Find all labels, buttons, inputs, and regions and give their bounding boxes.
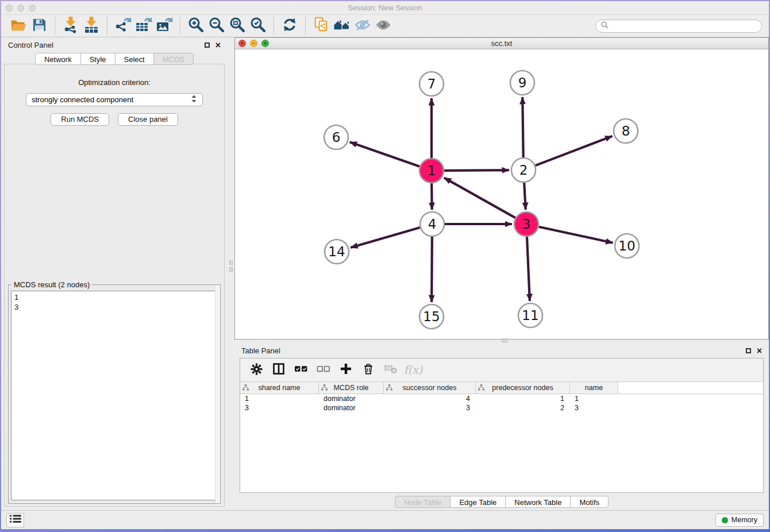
table-row[interactable]: 3dominator323 xyxy=(240,403,763,413)
table-row[interactable]: 1dominator411 xyxy=(240,394,763,403)
edge-3-1[interactable] xyxy=(444,178,515,218)
hide-selected-button[interactable] xyxy=(352,17,373,35)
tab-network[interactable]: Network xyxy=(35,53,81,65)
float-panel-icon[interactable] xyxy=(205,43,210,48)
zoom-out-button[interactable] xyxy=(206,17,227,35)
show-all-button[interactable] xyxy=(373,17,394,35)
edge-2-3[interactable] xyxy=(524,183,526,210)
search-input[interactable] xyxy=(611,21,756,31)
task-history-button[interactable] xyxy=(6,513,24,527)
edge-4-15[interactable] xyxy=(432,237,432,302)
node-6[interactable]: 6 xyxy=(324,125,348,149)
select-all-button[interactable] xyxy=(294,363,308,377)
export-table-button[interactable] xyxy=(133,17,154,35)
zoom-in-button[interactable] xyxy=(186,17,206,35)
control-panel-title: Control Panel xyxy=(8,41,53,49)
import-table-button[interactable] xyxy=(81,17,102,35)
edge-2-9[interactable] xyxy=(522,97,523,157)
column-header-mcds-role[interactable]: MCDS role xyxy=(319,382,384,394)
first-neighbors-button[interactable] xyxy=(332,17,352,35)
toolbar-separator xyxy=(274,17,274,34)
zoom-selected-button[interactable] xyxy=(248,17,268,35)
save-session-icon xyxy=(32,17,47,35)
column-header-name[interactable]: name xyxy=(570,382,618,394)
table-tab-network-table[interactable]: Network Table xyxy=(506,496,571,508)
tab-mcds[interactable]: MCDS xyxy=(154,53,194,65)
criterion-value: strongly connected component xyxy=(32,95,133,104)
table-tab-motifs[interactable]: Motifs xyxy=(571,496,609,508)
window-controls xyxy=(6,5,36,11)
node-1[interactable]: 1 xyxy=(419,159,444,183)
search-field[interactable] xyxy=(595,20,762,33)
edge-1-2[interactable] xyxy=(444,170,509,171)
first-neighbors-icon xyxy=(333,17,351,35)
open-session-button[interactable] xyxy=(8,17,29,35)
column-header-shared-name[interactable]: shared name xyxy=(240,382,319,394)
divider-grip[interactable] xyxy=(229,260,233,265)
node-3[interactable]: 3 xyxy=(514,212,538,236)
main-toolbar xyxy=(1,15,769,37)
import-network-button[interactable] xyxy=(60,17,81,35)
result-scrollbar[interactable] xyxy=(215,285,220,503)
export-image-button[interactable] xyxy=(154,17,175,35)
table-settings-button[interactable] xyxy=(249,363,263,377)
node-9[interactable]: 9 xyxy=(510,71,534,95)
select-all-icon xyxy=(294,363,308,377)
node-7[interactable]: 7 xyxy=(419,72,444,96)
mcds-panel: Optimization criterion: strongly connect… xyxy=(4,64,225,507)
node-11[interactable]: 11 xyxy=(518,303,542,327)
add-row-button[interactable] xyxy=(339,363,353,377)
network-canvas[interactable]: 7968124314101511 xyxy=(235,49,768,339)
svg-text:6: 6 xyxy=(332,130,341,145)
tab-style[interactable]: Style xyxy=(81,53,116,65)
edge-3-11[interactable] xyxy=(527,237,530,301)
network-graph[interactable]: 7968124314101511 xyxy=(235,49,768,338)
export-network-button[interactable] xyxy=(113,17,133,35)
node-8[interactable]: 8 xyxy=(614,119,638,143)
cell: 1 xyxy=(570,394,618,403)
node-10[interactable]: 10 xyxy=(615,234,639,258)
edge-3-10[interactable] xyxy=(539,227,613,243)
column-layout-button[interactable] xyxy=(272,363,286,377)
node-4[interactable]: 4 xyxy=(420,212,444,236)
window-zoom-button[interactable] xyxy=(29,5,36,11)
mcds-result-text[interactable]: 1 3 xyxy=(11,291,217,500)
add-row-icon xyxy=(340,363,352,377)
panel-divider[interactable] xyxy=(228,37,234,510)
table-tab-edge-table[interactable]: Edge Table xyxy=(451,496,506,508)
deselect-all-button[interactable] xyxy=(317,363,330,377)
cell: 4 xyxy=(384,394,476,403)
pane-divider[interactable] xyxy=(234,340,769,344)
divider-grip[interactable] xyxy=(229,267,233,272)
criterion-select[interactable]: strongly connected component xyxy=(26,93,203,106)
refresh-layout-button[interactable] xyxy=(279,17,300,35)
optimization-criterion-label: Optimization criterion: xyxy=(78,78,151,87)
close-panel-button[interactable]: Close panel xyxy=(118,113,178,126)
edge-2-8[interactable] xyxy=(536,136,613,165)
edge-1-6[interactable] xyxy=(350,142,420,167)
zoom-fit-button[interactable] xyxy=(227,17,248,35)
delete-row-button[interactable] xyxy=(361,363,375,377)
table-tab-node-table[interactable]: Node Table xyxy=(395,496,451,508)
memory-button[interactable]: Memory xyxy=(715,514,764,527)
run-mcds-button[interactable]: Run MCDS xyxy=(51,113,109,126)
close-panel-icon[interactable]: × xyxy=(215,43,221,48)
column-header-successor-nodes[interactable]: successor nodes xyxy=(384,382,476,394)
tab-select[interactable]: Select xyxy=(116,53,154,65)
title-bar: Session: New Session xyxy=(1,1,769,15)
float-table-panel-icon[interactable] xyxy=(746,348,751,353)
node-14[interactable]: 14 xyxy=(325,240,349,264)
node-2[interactable]: 2 xyxy=(511,158,536,182)
table-settings-icon xyxy=(250,363,263,378)
pane-divider-grip[interactable] xyxy=(502,338,507,342)
window-close-button[interactable] xyxy=(6,5,13,11)
column-header-predecessor-nodes[interactable]: predecessor nodes xyxy=(476,382,570,394)
node-15[interactable]: 15 xyxy=(419,304,444,329)
table-panel-header: Table Panel × xyxy=(234,344,769,358)
window-minimize-button[interactable] xyxy=(17,5,24,11)
duplicate-network-button[interactable] xyxy=(311,17,332,35)
edge-4-14[interactable] xyxy=(351,228,420,248)
close-table-panel-icon[interactable]: × xyxy=(757,348,762,354)
edge-1-4[interactable] xyxy=(432,183,432,210)
save-session-button[interactable] xyxy=(29,17,49,35)
